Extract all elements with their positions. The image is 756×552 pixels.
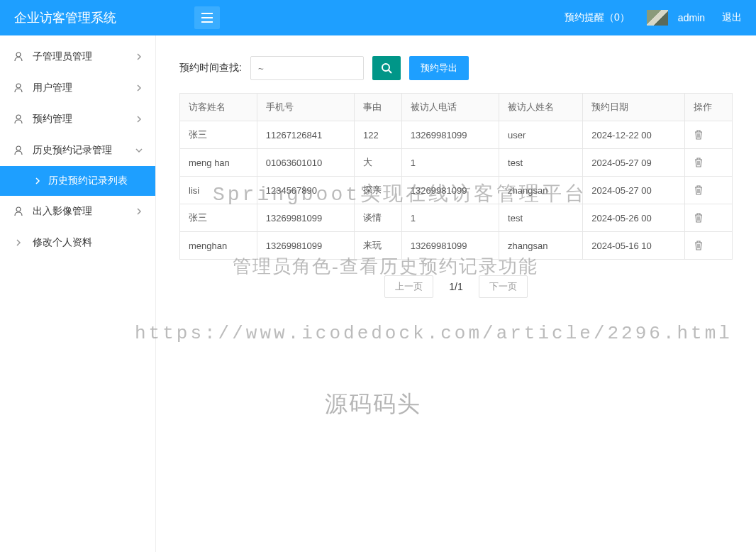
date-range-input[interactable]	[250, 56, 364, 80]
table-cell: 13269981099	[401, 232, 499, 260]
app-title: 企业访客管理系统	[14, 9, 116, 26]
table-cell: 13269981099	[401, 121, 499, 149]
sidebar: 子管理员管理 用户管理 预约管理 历史预约记录管理 历史预约记录列表 出入影像管…	[0, 35, 156, 552]
table-cell: 01063601010	[257, 149, 354, 177]
svg-point-2	[16, 115, 21, 119]
table-header-cell: 被访人电话	[401, 94, 499, 121]
search-button[interactable]	[372, 56, 401, 80]
user-icon	[13, 206, 24, 217]
sidebar-item-image[interactable]: 出入影像管理	[0, 196, 155, 227]
table-cell: 2024-05-16 10	[583, 232, 685, 260]
delete-button[interactable]	[694, 130, 723, 140]
sidebar-item-label: 出入影像管理	[33, 205, 92, 218]
chevron-right-icon	[34, 177, 41, 184]
table-cell: lisi	[180, 177, 257, 204]
table-header-cell: 手机号	[257, 94, 354, 121]
trash-icon	[694, 241, 704, 250]
table-header-cell: 访客姓名	[180, 94, 257, 121]
table-cell: 11267126841	[257, 121, 354, 149]
table-cell: 2024-05-27 00	[583, 177, 685, 204]
sidebar-toggle-button[interactable]	[194, 6, 220, 29]
table-cell: 谈情	[354, 204, 401, 232]
chevron-down-icon	[135, 147, 143, 154]
table-cell-actions	[685, 177, 733, 204]
table-cell-actions	[685, 232, 733, 260]
delete-button[interactable]	[694, 241, 723, 250]
pagination: 上一页 1/1 下一页	[179, 275, 733, 298]
page-info: 1/1	[439, 277, 472, 297]
sidebar-item-profile[interactable]: 修改个人资料	[0, 227, 155, 258]
header-right: 预约提醒（0） admin 退出	[565, 10, 742, 26]
table-cell: 1234567890	[257, 177, 354, 204]
table-cell: 13269981099	[401, 177, 499, 204]
table-row: 张三13269981099谈情1test2024-05-26 00	[180, 204, 733, 232]
table-cell: test	[499, 204, 583, 232]
sidebar-item-label: 历史预约记录管理	[33, 144, 112, 157]
content-panel: 预约时间查找: 预约导出 访客姓名手机号事由被访人电话被访人姓名预约日期操作 张…	[166, 45, 746, 314]
sidebar-item-label: 修改个人资料	[33, 236, 92, 249]
delete-button[interactable]	[694, 213, 723, 223]
trash-icon	[694, 185, 704, 195]
table-cell-actions	[685, 149, 733, 177]
table-header-cell: 被访人姓名	[499, 94, 583, 121]
table-cell: 122	[354, 121, 401, 149]
trash-icon	[694, 130, 704, 140]
table-cell: 1	[401, 149, 499, 177]
table-row: 张三1126712684112213269981099user2024-12-2…	[180, 121, 733, 149]
username-label[interactable]: admin	[678, 12, 705, 23]
search-label: 预约时间查找:	[179, 62, 242, 74]
chevron-right-icon	[135, 53, 143, 60]
app-header: 企业访客管理系统 预约提醒（0） admin 退出	[0, 0, 756, 35]
chevron-right-icon	[135, 208, 143, 215]
table-cell: test	[499, 149, 583, 177]
sidebar-item-label: 子管理员管理	[33, 50, 92, 63]
sidebar-item-subadmin[interactable]: 子管理员管理	[0, 41, 155, 72]
svg-point-3	[16, 146, 21, 150]
table-header-cell: 事由	[354, 94, 401, 121]
main-content: 预约时间查找: 预约导出 访客姓名手机号事由被访人电话被访人姓名预约日期操作 张…	[156, 35, 756, 324]
table-cell: 来玩	[354, 232, 401, 260]
delete-button[interactable]	[694, 158, 723, 167]
search-row: 预约时间查找: 预约导出	[179, 56, 733, 80]
table-cell: 张三	[180, 121, 257, 149]
user-icon	[13, 82, 24, 94]
sidebar-subitem-history-list[interactable]: 历史预约记录列表	[0, 166, 155, 196]
chevron-right-icon	[13, 237, 24, 248]
user-icon	[13, 114, 24, 125]
watermark-text: https://www.icodedock.com/article/2296.h…	[135, 323, 733, 344]
table-cell: 1	[401, 204, 499, 232]
export-button[interactable]: 预约导出	[409, 56, 469, 80]
sidebar-subitem-label: 历史预约记录列表	[48, 175, 128, 187]
table-cell: meng han	[180, 149, 257, 177]
table-row: menghan13269981099来玩13269981099zhangsan2…	[180, 232, 733, 260]
delete-button[interactable]	[694, 185, 723, 195]
table-row: lisi1234567890探亲13269981099zhangsan2024-…	[180, 177, 733, 204]
table-cell: user	[499, 121, 583, 149]
sidebar-item-appointment[interactable]: 预约管理	[0, 104, 155, 135]
sidebar-item-label: 预约管理	[33, 113, 72, 126]
svg-point-4	[16, 207, 21, 211]
table-cell: menghan	[180, 232, 257, 260]
user-icon	[13, 145, 24, 156]
next-page-button[interactable]: 下一页	[479, 275, 528, 298]
table-cell-actions	[685, 204, 733, 232]
sidebar-item-history[interactable]: 历史预约记录管理	[0, 135, 155, 166]
logout-link[interactable]: 退出	[722, 11, 742, 24]
prev-page-button[interactable]: 上一页	[384, 275, 433, 298]
table-cell: 2024-05-27 09	[583, 149, 685, 177]
svg-point-5	[382, 64, 389, 71]
search-icon	[381, 62, 392, 74]
table-cell: 张三	[180, 204, 257, 232]
table-cell: zhangsan	[499, 177, 583, 204]
table-cell: 探亲	[354, 177, 401, 204]
table-cell: 13269981099	[257, 232, 354, 260]
reminder-link[interactable]: 预约提醒（0）	[565, 11, 630, 24]
chevron-right-icon	[135, 84, 143, 92]
avatar[interactable]	[647, 10, 668, 26]
hamburger-icon	[201, 13, 213, 23]
sidebar-item-users[interactable]: 用户管理	[0, 72, 155, 104]
table-header-cell: 预约日期	[583, 94, 685, 121]
table-cell: 大	[354, 149, 401, 177]
sidebar-item-label: 用户管理	[33, 82, 72, 94]
watermark-text: 源码码头	[325, 389, 421, 420]
